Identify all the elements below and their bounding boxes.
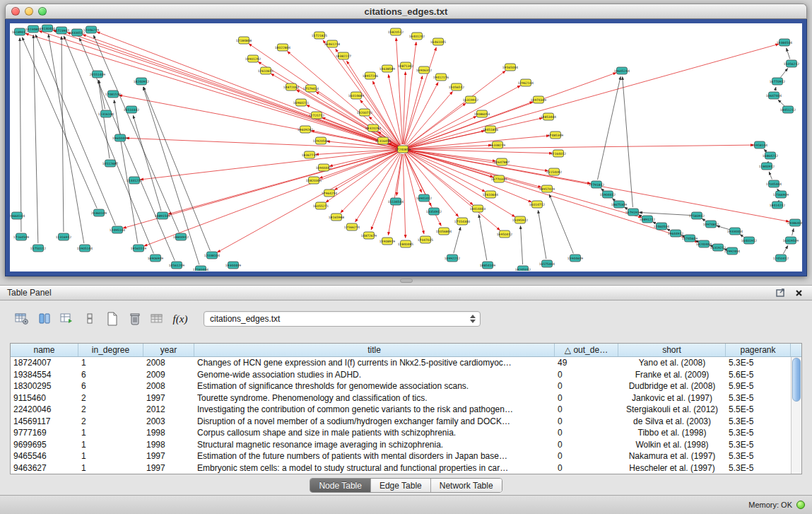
graph-node[interactable]: 15905144 bbox=[77, 245, 93, 252]
column-header-title[interactable]: title bbox=[194, 344, 555, 356]
graph-node[interactable]: 17583404 bbox=[193, 266, 209, 271]
graph-node[interactable]: 12164012 bbox=[551, 150, 567, 157]
panel-divider[interactable] bbox=[0, 276, 812, 285]
graph-node[interactable]: 17583912 bbox=[689, 212, 705, 219]
graph-node[interactable]: 12038104 bbox=[204, 252, 220, 259]
column-header-pagerank[interactable]: pagerank bbox=[726, 344, 791, 356]
edit-table-icon[interactable] bbox=[58, 310, 76, 327]
table-row[interactable]: 946362711997Embryonic stem cells: a mode… bbox=[11, 462, 801, 474]
graph-node[interactable]: 19334404 bbox=[727, 228, 743, 235]
graph-node[interactable]: 18320294 bbox=[365, 124, 382, 132]
graph-node[interactable]: 12610644 bbox=[483, 191, 499, 198]
rows-icon[interactable] bbox=[81, 310, 99, 327]
graph-node[interactable]: 16319912 bbox=[463, 96, 479, 103]
graph-node[interactable]: 17164509 bbox=[13, 233, 30, 240]
graph-node[interactable]: 16461045 bbox=[430, 38, 447, 45]
graph-node[interactable]: 19644409 bbox=[112, 134, 129, 141]
table-row[interactable]: 977716911998Corpus callosum shape and si… bbox=[11, 427, 801, 439]
graph-node[interactable]: 18414403 bbox=[470, 205, 486, 212]
window-titlebar[interactable]: citations_edges.txt bbox=[5, 4, 807, 19]
graph-node[interactable]: 15944609 bbox=[567, 255, 584, 262]
graph-node[interactable]: 16461218 bbox=[324, 40, 341, 47]
graph-node[interactable]: 18414212 bbox=[770, 201, 786, 209]
graph-node[interactable]: 17047025 bbox=[418, 236, 434, 243]
table-row[interactable]: 946554611997Estimation of the future num… bbox=[11, 450, 801, 462]
graph-node[interactable]: 18165968 bbox=[329, 214, 345, 221]
graph-node[interactable]: 18854109 bbox=[480, 262, 496, 269]
function-builder-icon[interactable]: f(x) bbox=[171, 310, 189, 327]
table-row[interactable]: 1872400712008Changes of HCN gene express… bbox=[11, 357, 801, 369]
graph-node[interactable]: 19901292 bbox=[245, 55, 261, 62]
graph-node[interactable]: 14872004 bbox=[283, 83, 300, 90]
graph-node[interactable]: 17045404 bbox=[766, 180, 782, 187]
graph-node[interactable]: 16055271 bbox=[313, 202, 329, 209]
graph-node[interactable]: 15723907 bbox=[54, 27, 70, 34]
graph-node[interactable]: 14561209 bbox=[169, 262, 185, 269]
tab-edge-table[interactable]: Edge Table bbox=[371, 479, 431, 492]
graph-node[interactable]: 17964254 bbox=[322, 189, 338, 197]
graph-node[interactable]: 10647404 bbox=[766, 92, 782, 99]
graph-node[interactable]: 17579414 bbox=[303, 85, 319, 92]
graph-node[interactable]: 16319509 bbox=[783, 237, 799, 244]
graph-node[interactable]: 12495104 bbox=[110, 226, 126, 233]
graph-node[interactable]: 16950412 bbox=[497, 230, 513, 238]
graph-node[interactable]: 10992212 bbox=[445, 255, 461, 262]
new-column-icon[interactable] bbox=[103, 310, 122, 327]
table-row[interactable]: 2242004622012Investigating the contribut… bbox=[11, 404, 801, 416]
tab-node-table[interactable]: Node Table bbox=[310, 479, 371, 492]
graph-node[interactable]: 12610651 bbox=[258, 67, 274, 74]
graph-node[interactable]: 16338219 bbox=[490, 141, 506, 148]
network-selector[interactable]: citations_edges.txt bbox=[204, 311, 481, 327]
network-canvas[interactable]: 1724085912184808180228041990129212610651… bbox=[10, 23, 802, 271]
graph-node[interactable]: 12992404 bbox=[724, 247, 741, 255]
graph-node[interactable]: 16401202 bbox=[409, 33, 425, 40]
graph-node[interactable]: 16906909 bbox=[148, 255, 164, 262]
float-panel-icon[interactable] bbox=[774, 287, 787, 298]
graph-node[interactable]: 18382227 bbox=[336, 52, 352, 59]
column-header-short[interactable]: short bbox=[618, 344, 726, 356]
graph-node[interactable]: 13354912 bbox=[426, 208, 442, 215]
graph-node[interactable]: 15056804 bbox=[436, 228, 452, 235]
graph-node[interactable]: 16791912 bbox=[625, 209, 642, 216]
graph-node[interactable]: 15958104 bbox=[752, 141, 768, 148]
column-header-name[interactable]: name bbox=[11, 344, 78, 356]
graph-node[interactable]: 18451856 bbox=[483, 126, 499, 133]
scrollbar-thumb[interactable] bbox=[792, 358, 801, 402]
graph-node[interactable]: 11840485 bbox=[398, 240, 414, 247]
column-header-year[interactable]: year bbox=[143, 344, 194, 356]
import-table-icon[interactable] bbox=[148, 310, 167, 327]
graph-node[interactable]: 19565004 bbox=[502, 64, 519, 71]
graph-node[interactable]: 15331212 bbox=[126, 177, 143, 184]
table-row[interactable]: 1456911722003Disruption of a novel membe… bbox=[11, 416, 801, 428]
graph-node[interactable]: 17791812 bbox=[589, 181, 605, 188]
graph-node[interactable]: 12184808 bbox=[236, 37, 252, 44]
graph-node[interactable]: 15154092 bbox=[546, 168, 563, 175]
graph-node[interactable]: 10974309 bbox=[531, 96, 547, 103]
graph-node[interactable]: 20551409 bbox=[90, 71, 106, 78]
graph-node[interactable]: 19086404 bbox=[787, 219, 802, 226]
graph-node[interactable]: 15134544 bbox=[388, 198, 404, 205]
tab-network-table[interactable]: Network Table bbox=[431, 479, 502, 492]
graph-node[interactable]: 11840912 bbox=[759, 163, 775, 170]
table-row[interactable]: 969969511998Structural magnetic resonanc… bbox=[11, 439, 801, 451]
table-row[interactable]: 1830029562008Estimation of significance … bbox=[11, 380, 801, 392]
graph-node[interactable]: 19344409 bbox=[225, 262, 242, 269]
graph-node[interactable]: 15820305 bbox=[306, 177, 322, 184]
graph-node[interactable]: 16401912 bbox=[741, 237, 758, 244]
graph-node[interactable]: 16575404 bbox=[539, 260, 555, 267]
graph-node[interactable]: 15750112 bbox=[30, 245, 47, 252]
graph-node[interactable]: 14853404 bbox=[541, 113, 557, 120]
graph-node[interactable]: 12962104 bbox=[518, 79, 534, 86]
table-mode-icon[interactable] bbox=[13, 310, 31, 327]
divider-handle-icon[interactable] bbox=[400, 279, 413, 283]
graph-node[interactable]: 16864212 bbox=[763, 152, 779, 159]
graph-node[interactable]: 20664104 bbox=[10, 212, 25, 219]
graph-node[interactable]: 10512687 bbox=[102, 160, 119, 167]
table-vertical-scrollbar[interactable] bbox=[791, 357, 801, 474]
graph-node[interactable]: 18957206 bbox=[363, 72, 379, 79]
delete-column-icon[interactable] bbox=[126, 310, 144, 327]
graph-node[interactable]: 18451212 bbox=[780, 106, 796, 113]
graph-node[interactable]: 15056212 bbox=[784, 60, 800, 67]
graph-node[interactable]: 10974812 bbox=[703, 221, 719, 228]
graph-node[interactable]: 18675309 bbox=[611, 201, 628, 208]
